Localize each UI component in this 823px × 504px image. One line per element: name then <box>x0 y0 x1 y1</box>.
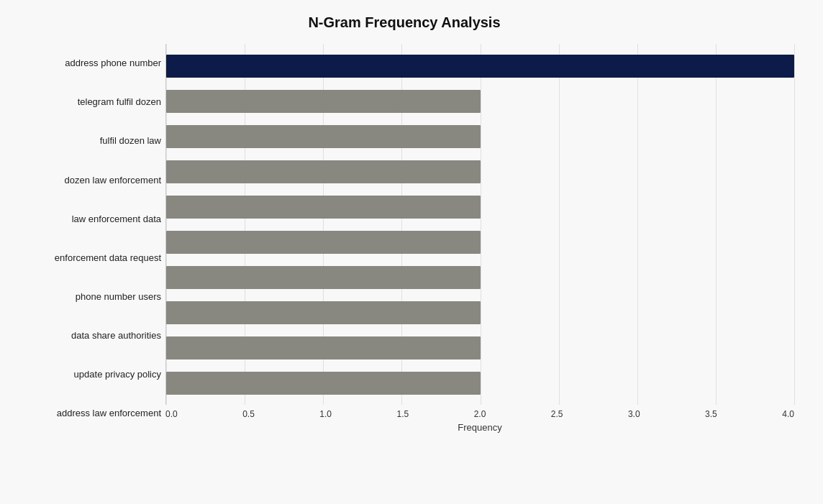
bar-row <box>166 298 794 328</box>
y-label: dozen law enforcement <box>14 172 161 189</box>
x-axis-label: Frequency <box>165 422 794 433</box>
bar-row <box>166 227 794 257</box>
x-tick: 4.0 <box>782 409 794 419</box>
bar-row <box>166 192 794 222</box>
x-tick: 3.5 <box>705 409 717 419</box>
y-label: phone number users <box>14 288 161 306</box>
bar <box>166 125 481 148</box>
bar-row <box>166 122 794 152</box>
x-tick: 1.5 <box>396 409 409 419</box>
bar <box>166 231 481 254</box>
y-label: address law enforcement <box>14 405 161 422</box>
bar <box>166 301 481 324</box>
bar-row <box>166 51 794 81</box>
chart-title: N-Gram Frequency Analysis <box>14 14 794 31</box>
bar <box>166 90 481 113</box>
y-labels: address phone numbertelegram fulfil doze… <box>14 44 165 433</box>
x-axis: 0.00.51.01.52.02.53.03.54.0 <box>165 409 794 419</box>
bar <box>166 55 794 78</box>
bar-row <box>166 86 794 116</box>
x-tick: 3.0 <box>628 409 640 419</box>
y-label: enforcement data request <box>14 249 161 267</box>
bar <box>166 266 481 289</box>
bars-and-axes: 0.00.51.01.52.02.53.03.54.0 Frequency <box>165 44 794 433</box>
bar-row <box>166 157 794 187</box>
y-label: address phone number <box>14 55 161 72</box>
x-tick: 1.0 <box>319 409 332 419</box>
x-tick: 0.0 <box>165 409 178 419</box>
x-tick: 2.5 <box>551 409 563 419</box>
bar-row <box>166 262 794 293</box>
x-tick: 0.5 <box>242 409 255 419</box>
grid-line <box>794 44 795 405</box>
bar <box>166 160 481 183</box>
chart-container: N-Gram Frequency Analysis address phone … <box>0 0 823 504</box>
bars-wrapper <box>166 44 794 405</box>
bar-row <box>166 333 794 363</box>
chart-area: address phone numbertelegram fulfil doze… <box>14 44 794 433</box>
bar-row <box>166 368 794 398</box>
grid-and-bars <box>165 44 794 405</box>
y-label: fulfil dozen law <box>14 132 161 150</box>
y-label: data share authorities <box>14 327 161 344</box>
y-label: telegram fulfil dozen <box>14 93 161 111</box>
y-label: law enforcement data <box>14 211 161 228</box>
bar <box>166 372 481 395</box>
y-label: update privacy policy <box>14 366 161 383</box>
x-tick: 2.0 <box>474 409 486 419</box>
bar <box>166 196 481 219</box>
bar <box>166 336 481 359</box>
